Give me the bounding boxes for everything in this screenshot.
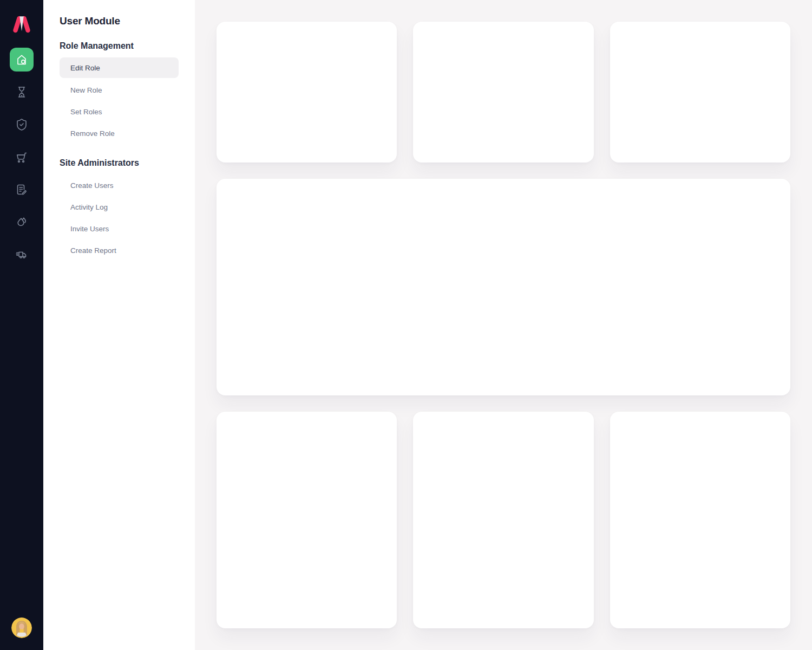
card-bottom-3: [610, 412, 790, 628]
sidebar-item-invite-users[interactable]: Invite Users: [60, 218, 179, 239]
avatar-image: [11, 618, 32, 638]
card-bottom-1: [217, 412, 397, 628]
icon-rail: [0, 0, 43, 650]
sidebar-item-create-report[interactable]: Create Report: [60, 239, 179, 261]
rail-item-notes[interactable]: [10, 178, 34, 202]
sidebar-item-edit-role[interactable]: Edit Role: [60, 57, 179, 78]
brand-logo-icon: [11, 13, 32, 35]
rail-item-cart[interactable]: [10, 145, 34, 169]
card-top-2: [413, 22, 593, 162]
section-role-management: Role Management Edit Role New Role Set R…: [60, 41, 179, 144]
section-site-administrators: Site Administrators Create Users Activit…: [60, 158, 179, 261]
user-avatar[interactable]: [11, 618, 32, 638]
card-wide: [217, 179, 790, 395]
rail-item-truck[interactable]: [10, 243, 34, 266]
card-grid: [217, 22, 790, 628]
page-title: User Module: [60, 15, 179, 27]
card-top-3: [610, 22, 790, 162]
delivery-truck-icon: [15, 248, 28, 261]
main-content: [195, 0, 812, 650]
sidebar-item-set-roles[interactable]: Set Roles: [60, 101, 179, 122]
note-edit-icon: [15, 183, 28, 196]
rail-item-home[interactable]: [10, 48, 34, 72]
sidebar-item-activity-log[interactable]: Activity Log: [60, 196, 179, 218]
app-root: User Module Role Management Edit Role Ne…: [0, 0, 812, 650]
secondary-sidebar: User Module Role Management Edit Role Ne…: [43, 0, 195, 650]
sidebar-item-remove-role[interactable]: Remove Role: [60, 122, 179, 144]
home-icon: [15, 53, 28, 66]
droplets-icon: [15, 216, 28, 229]
brand-logo[interactable]: [10, 12, 34, 36]
rail-item-hourglass[interactable]: [10, 80, 34, 104]
shopping-cart-icon: [15, 151, 28, 164]
rail-item-droplets[interactable]: [10, 210, 34, 234]
card-bottom-2: [413, 412, 593, 628]
card-top-1: [217, 22, 397, 162]
rail-item-shield[interactable]: [10, 113, 34, 136]
rail-nav: [10, 48, 34, 266]
hourglass-icon: [15, 86, 28, 99]
shield-check-icon: [15, 118, 28, 131]
section-heading: Role Management: [60, 41, 179, 51]
section-heading: Site Administrators: [60, 158, 179, 168]
sidebar-item-new-role[interactable]: New Role: [60, 79, 179, 101]
sidebar-item-create-users[interactable]: Create Users: [60, 174, 179, 196]
